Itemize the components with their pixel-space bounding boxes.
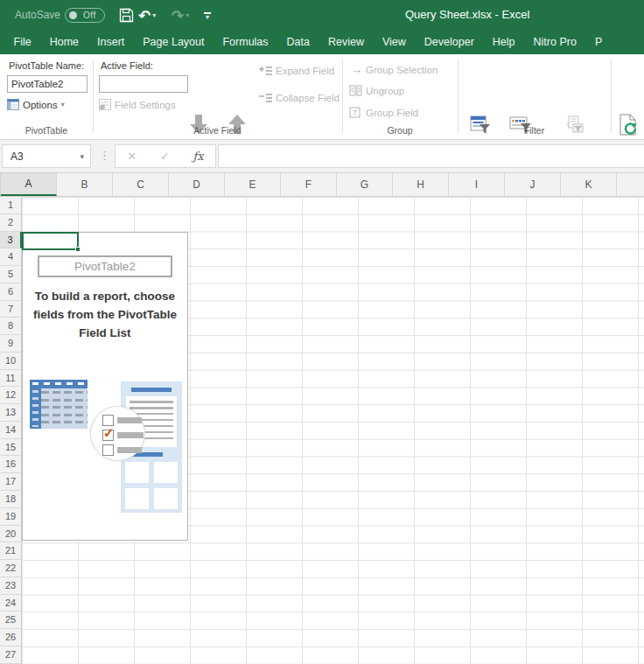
- ribbon-tab-data[interactable]: Data: [277, 31, 318, 54]
- active-field-label: Active Field:: [101, 60, 153, 71]
- column-header-b[interactable]: B: [57, 173, 113, 196]
- ribbon-tab-file[interactable]: File: [4, 31, 40, 54]
- row-header-4[interactable]: 4: [0, 248, 21, 266]
- row-header-12[interactable]: 12: [0, 387, 21, 404]
- panel-area-box: [154, 488, 178, 509]
- column-header-c[interactable]: C: [113, 173, 169, 196]
- column-header-j[interactable]: J: [505, 173, 561, 196]
- group-divider: [342, 59, 343, 133]
- group-divider: [93, 59, 94, 133]
- column-header-h[interactable]: H: [393, 173, 449, 196]
- column-header-partial[interactable]: [617, 173, 644, 196]
- row-header-19[interactable]: 19: [0, 508, 21, 526]
- row-header-3[interactable]: 3: [0, 232, 22, 249]
- ribbon-tab-developer[interactable]: Developer: [415, 31, 483, 54]
- row-header-17[interactable]: 17: [0, 473, 21, 491]
- panel-area-box: [125, 488, 149, 509]
- row-header-18[interactable]: 18: [0, 491, 21, 508]
- row-headers: 1234567891011121314151617181920212223242…: [0, 197, 22, 664]
- column-header-i[interactable]: I: [449, 173, 505, 196]
- pivottable-name-input[interactable]: [7, 75, 88, 93]
- checkbox-unchecked-icon: [102, 444, 114, 456]
- redo-button[interactable]: ↷ ▾: [172, 0, 189, 31]
- row-header-15[interactable]: 15: [0, 439, 21, 457]
- select-all-corner[interactable]: [0, 173, 1, 196]
- group-field-label: Group Field: [366, 108, 418, 118]
- row-header-11[interactable]: 11: [0, 370, 21, 388]
- filter-group-label: Filter: [458, 125, 611, 136]
- row-header-26[interactable]: 26: [0, 629, 21, 647]
- row-header-1[interactable]: 1: [0, 197, 21, 214]
- undo-button[interactable]: ↶ ▾: [138, 0, 156, 31]
- options-button[interactable]: Options ▾: [7, 99, 65, 110]
- message-line-3: Field List: [23, 324, 187, 342]
- row-header-9[interactable]: 9: [0, 335, 21, 353]
- fill-handle[interactable]: [75, 247, 80, 252]
- ribbon-tab-view[interactable]: View: [373, 31, 415, 54]
- row-header-23[interactable]: 23: [0, 577, 21, 595]
- row-header-21[interactable]: 21: [0, 542, 21, 560]
- message-line-2: fields from the PivotTable: [23, 305, 187, 324]
- undo-icon: ↶: [138, 7, 150, 24]
- expand-field-label: Expand Field: [276, 66, 334, 76]
- column-header-k[interactable]: K: [561, 173, 617, 196]
- ribbon-tab-help[interactable]: Help: [483, 31, 524, 54]
- ribbon-tab-home[interactable]: Home: [40, 31, 88, 54]
- group-selection-button: → Group Selection: [351, 63, 438, 76]
- row-header-22[interactable]: 22: [0, 560, 21, 577]
- save-icon[interactable]: [119, 8, 134, 23]
- name-box-dropdown-icon[interactable]: ▾: [80, 152, 90, 161]
- selected-cell-a3[interactable]: [22, 232, 79, 250]
- row-header-27[interactable]: 27: [0, 647, 21, 664]
- column-header-g[interactable]: G: [337, 173, 393, 196]
- undo-dropdown-icon[interactable]: ▾: [152, 11, 156, 19]
- ribbon-tab-page-layout[interactable]: Page Layout: [134, 31, 214, 54]
- pivottable-placeholder: PivotTable2 To build a report, choose fi…: [22, 232, 188, 541]
- pivot-grid-graphic: [30, 380, 88, 429]
- formula-input[interactable]: [218, 144, 644, 168]
- spreadsheet: ABCDEFGHIJK 1234567891011121314151617181…: [0, 173, 644, 664]
- row-header-24[interactable]: 24: [0, 595, 21, 612]
- checkbox-circle-graphic: ✓: [90, 406, 145, 461]
- group-divider: [611, 59, 612, 133]
- panel-areas-grid: [125, 462, 178, 509]
- ribbon-tab-insert[interactable]: Insert: [88, 31, 134, 54]
- formula-bar-resize-handle[interactable]: ⋮: [99, 149, 110, 162]
- orange-check-icon: ✓: [103, 425, 115, 441]
- collapse-field-button: Collapse Field: [259, 93, 340, 103]
- row-header-7[interactable]: 7: [0, 301, 21, 318]
- row-header-14[interactable]: 14: [0, 422, 21, 439]
- field-label-bar: [117, 432, 144, 438]
- row-header-16[interactable]: 16: [0, 456, 21, 473]
- insert-function-icon[interactable]: ƒx: [192, 150, 203, 163]
- column-header-d[interactable]: D: [169, 173, 225, 196]
- ribbon-tab-p[interactable]: P: [585, 31, 611, 54]
- autosave-toggle[interactable]: Off: [65, 8, 105, 23]
- row-header-25[interactable]: 25: [0, 612, 21, 629]
- cell-grid[interactable]: PivotTable2 To build a report, choose fi…: [22, 197, 644, 664]
- ribbon-tab-review[interactable]: Review: [318, 31, 373, 54]
- column-header-e[interactable]: E: [225, 173, 281, 196]
- ribbon-tab-formulas[interactable]: Formulas: [214, 31, 277, 54]
- row-header-2[interactable]: 2: [0, 214, 21, 232]
- column-header-f[interactable]: F: [281, 173, 337, 196]
- row-header-10[interactable]: 10: [0, 353, 21, 370]
- column-header-a[interactable]: A: [1, 173, 57, 196]
- expand-field-icon: [259, 66, 272, 76]
- panel-title-bar: [131, 388, 172, 392]
- row-header-13[interactable]: 13: [0, 404, 21, 422]
- redo-dropdown-icon: ▾: [186, 11, 189, 19]
- active-field-input[interactable]: [99, 75, 188, 93]
- row-header-6[interactable]: 6: [0, 283, 21, 301]
- ungroup-icon: [349, 85, 362, 96]
- row-header-5[interactable]: 5: [0, 266, 21, 283]
- group-group-label: Group: [342, 125, 458, 136]
- ribbon-tab-nitro-pro[interactable]: Nitro Pro: [524, 31, 585, 54]
- row-header-20[interactable]: 20: [0, 526, 21, 543]
- title-bar: AutoSave Off ↶ ▾ ↷ ▾ ▾ Query Sheet.xlsx …: [0, 0, 644, 31]
- customize-quick-access-toolbar-button[interactable]: ▾: [204, 0, 211, 31]
- row-header-8[interactable]: 8: [0, 318, 21, 335]
- pivot-grid-body: [41, 388, 88, 429]
- ungroup-label: Ungroup: [366, 86, 404, 96]
- name-box[interactable]: A3 ▾: [2, 144, 91, 168]
